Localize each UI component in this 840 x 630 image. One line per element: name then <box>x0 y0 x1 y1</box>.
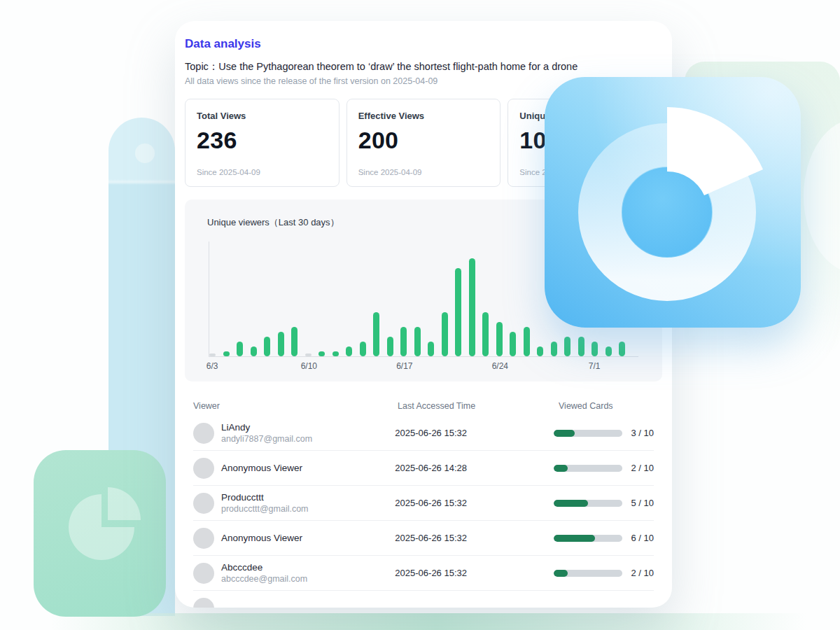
header-viewed-cards: Viewed Cards <box>559 401 654 411</box>
viewed-count: 6 / 10 <box>631 533 654 543</box>
progress-fill <box>554 535 595 542</box>
chart-bar <box>223 351 230 356</box>
chart-bar <box>564 337 570 356</box>
progress-track <box>554 430 622 437</box>
chart-bar <box>442 312 448 356</box>
chart-title: Unique viewers（Last 30 days） <box>207 216 340 229</box>
chart-bar <box>278 332 284 356</box>
viewer-email: andyli7887@gmail.com <box>221 433 312 444</box>
last-accessed-time: 2025-06-26 15:32 <box>395 498 554 508</box>
stat-value: 236 <box>197 127 328 154</box>
header-last-accessed-time: Last Accessed Time <box>398 401 559 411</box>
axis-tick-label: 7/1 <box>589 361 601 371</box>
topic-text: Use the Pythagorean theorem to ‘draw’ th… <box>218 61 578 72</box>
chart-bar <box>291 327 298 356</box>
last-accessed-time: 2025-06-26 15:32 <box>395 533 554 543</box>
chart-bar <box>606 346 612 356</box>
avatar <box>193 528 214 549</box>
chart-bar <box>455 268 461 356</box>
chart-bar <box>237 342 243 356</box>
viewed-count: 5 / 10 <box>631 498 654 508</box>
progress-track <box>554 500 622 507</box>
viewer-name: Abcccdee <box>221 561 307 573</box>
pie-chart-icon <box>34 450 166 617</box>
progress-fill <box>554 500 588 507</box>
table-header: Viewer Last Accessed Time Viewed Cards <box>193 401 654 411</box>
avatar <box>193 458 214 479</box>
progress-fill <box>554 570 568 577</box>
stat-label: Total Views <box>197 111 328 121</box>
viewer-email: produccttt@gmail.com <box>221 503 309 514</box>
page-title: Data analysis <box>185 36 662 52</box>
chart-bar <box>592 342 598 356</box>
topic-line: Topic：Use the Pythagorean theorem to ‘dr… <box>185 59 662 74</box>
table-row: Anonymous Viewer 2025-06-26 14:28 2 / 10 <box>193 451 654 486</box>
viewed-count: 2 / 10 <box>631 568 654 578</box>
axis-tick-label: 6/24 <box>492 361 508 371</box>
chart-bar <box>400 327 407 356</box>
progress-fill <box>554 430 574 437</box>
viewer-email: abcccdee@gmail.com <box>221 573 307 584</box>
last-accessed-time: 2025-06-26 15:32 <box>395 428 554 438</box>
avatar <box>193 598 214 608</box>
stat-card: Effective Views 200 Since 2025-04-09 <box>346 99 501 187</box>
decor-halo-circle <box>804 119 840 273</box>
viewers-table: Viewer Last Accessed Time Viewed Cards L… <box>185 401 662 608</box>
table-row <box>193 591 654 608</box>
chart-bar <box>387 337 393 356</box>
decor-blue-app-icon <box>545 77 801 328</box>
chart-bar <box>318 351 325 356</box>
chart-bar <box>346 346 352 356</box>
decor-green-app-icon <box>34 450 166 617</box>
donut-chart-icon <box>545 77 801 328</box>
chart-bar <box>414 327 421 356</box>
chart-bar <box>332 351 339 356</box>
topic-label: Topic： <box>185 61 218 72</box>
axis-tick-label: 6/10 <box>301 361 317 371</box>
chart-bar <box>209 354 216 356</box>
last-accessed-time: 2025-06-26 14:28 <box>395 463 554 473</box>
progress-track <box>554 570 622 577</box>
chart-bar <box>251 346 257 356</box>
viewed-count: 3 / 10 <box>631 428 654 438</box>
stat-label: Effective Views <box>358 111 489 121</box>
chart-bar <box>578 337 584 356</box>
chart-bar <box>482 312 489 356</box>
axis-tick-label: 6/3 <box>206 361 218 371</box>
chart-bar <box>524 327 530 356</box>
chart-bar <box>305 354 312 356</box>
table-row: Abcccdee abcccdee@gmail.com 2025-06-26 1… <box>193 556 654 591</box>
viewer-name: Produccttt <box>221 491 309 503</box>
chart-bar <box>373 312 379 356</box>
decor-camera-dot <box>135 144 155 163</box>
table-row: Anonymous Viewer 2025-06-26 15:32 6 / 10 <box>193 521 654 556</box>
chart-bar <box>428 342 434 356</box>
stat-caption: Since 2025-04-09 <box>197 168 328 176</box>
stat-card: Total Views 236 Since 2025-04-09 <box>185 99 340 187</box>
avatar <box>193 563 214 584</box>
progress-fill <box>554 465 568 472</box>
last-accessed-time: 2025-06-26 15:32 <box>395 568 554 578</box>
axis-tick-label: 6/17 <box>396 361 412 371</box>
table-row: LiAndy andyli7887@gmail.com 2025-06-26 1… <box>193 416 654 451</box>
chart-bar <box>469 258 475 356</box>
chart-bar <box>619 342 625 356</box>
progress-track <box>554 465 622 472</box>
stat-caption: Since 2025-04-09 <box>358 168 489 176</box>
chart-bar <box>510 332 516 356</box>
progress-track <box>554 535 622 542</box>
table-row: Produccttt produccttt@gmail.com 2025-06-… <box>193 486 654 521</box>
viewer-name: Anonymous Viewer <box>221 462 302 474</box>
viewer-name: LiAndy <box>221 421 312 433</box>
chart-bar <box>360 342 366 356</box>
viewer-name: Anonymous Viewer <box>221 532 302 544</box>
chart-bar <box>537 346 543 356</box>
stat-value: 200 <box>358 127 489 154</box>
chart-bar <box>496 322 503 356</box>
chart-bar <box>551 342 557 356</box>
header-viewer: Viewer <box>193 401 398 411</box>
chart-bar <box>264 337 270 356</box>
viewed-count: 2 / 10 <box>631 463 654 473</box>
avatar <box>193 423 214 444</box>
avatar <box>193 493 214 514</box>
